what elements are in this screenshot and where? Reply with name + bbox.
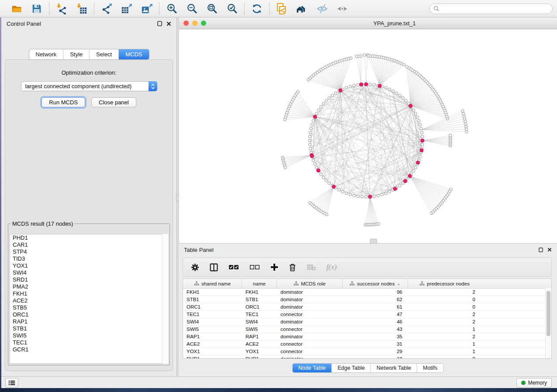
cell-name[interactable]: ORC1: [242, 304, 277, 309]
cell-shared-name[interactable]: FKH1: [183, 289, 242, 295]
float-panel-icon[interactable]: [157, 21, 162, 26]
zoom-out-button[interactable]: [185, 2, 198, 15]
close-panel-button[interactable]: Close panel: [91, 97, 136, 107]
cell-name[interactable]: YOX1: [242, 349, 277, 354]
mcds-result-item[interactable]: STB5: [10, 304, 168, 311]
delete-table-button table-x-icon[interactable]: [307, 264, 316, 271]
table-tab[interactable]: Node Table: [293, 364, 332, 372]
traffic-light-close[interactable]: [183, 21, 189, 26]
zoom-fit-button[interactable]: [205, 2, 218, 15]
cell-predecessor-nodes[interactable]: 2: [408, 289, 481, 295]
table-row[interactable]: SWI5 SWI5 connector 43 1: [183, 326, 551, 333]
cell-name[interactable]: RAP1: [242, 334, 277, 339]
mcds-result-item[interactable]: STP4: [10, 248, 168, 255]
column-header-mcds-role[interactable]: MCDS role: [277, 279, 343, 288]
mcds-result-item[interactable]: TID3: [10, 255, 168, 262]
column-header-shared-name[interactable]: shared name: [183, 279, 242, 288]
mcds-result-item[interactable]: SWI4: [10, 269, 168, 276]
table-scrollbar-thumb[interactable]: [547, 291, 550, 336]
refresh-button[interactable]: [250, 2, 263, 15]
zoom-selected-button[interactable]: [225, 2, 239, 15]
cell-predecessor-nodes[interactable]: 0: [408, 297, 481, 302]
table-row[interactable]: ACE2 ACE2 connector 31 1: [183, 340, 551, 348]
table-tab[interactable]: Motifs: [417, 364, 443, 372]
mcds-result-item[interactable]: ACE2: [10, 297, 168, 304]
create-column-button plus-icon[interactable]: [270, 263, 278, 271]
traffic-light-minimize[interactable]: [192, 21, 197, 26]
close-panel-icon[interactable]: [547, 248, 552, 252]
task-history-button[interactable]: [5, 378, 18, 388]
cell-predecessor-nodes[interactable]: 2: [408, 312, 481, 317]
table-tab[interactable]: Edge Table: [332, 364, 371, 372]
search-input[interactable]: [442, 5, 549, 12]
cell-predecessor-nodes[interactable]: 2: [408, 334, 481, 339]
table-options-button gear-icon[interactable]: [191, 263, 199, 272]
deselect-all-columns-button unchecked-boxes-icon[interactable]: [249, 264, 260, 271]
cell-predecessor-nodes[interactable]: 2: [408, 319, 481, 324]
cell-successor-nodes[interactable]: 43: [343, 327, 408, 332]
cell-name[interactable]: TEC1: [242, 312, 277, 317]
show-columns-button columns-icon[interactable]: [210, 263, 218, 272]
memory-button[interactable]: Memory: [516, 378, 552, 388]
table-row[interactable]: PHD1 PHD1 dominator 18 0: [183, 355, 551, 359]
mcds-result-item[interactable]: STB1: [10, 325, 168, 332]
table-tab[interactable]: Network Table: [371, 364, 417, 372]
show-all-button[interactable]: [336, 2, 349, 15]
cell-predecessor-nodes[interactable]: 1: [408, 327, 481, 332]
cell-shared-name[interactable]: ACE2: [183, 341, 242, 347]
cell-successor-nodes[interactable]: 35: [343, 334, 408, 339]
mcds-result-list[interactable]: PHD1CAR1STP4TID3YOX1SWI4SRD1PMA2FKH1ACE2…: [10, 234, 168, 364]
cell-shared-name[interactable]: PHD1: [183, 356, 242, 359]
control-panel-tab[interactable]: Style: [63, 49, 90, 59]
table-row[interactable]: FKH1 FKH1 dominator 96 2: [183, 289, 551, 296]
cell-name[interactable]: ACE2: [242, 341, 277, 347]
column-header-successor-nodes[interactable]: successor nodes ⌄: [343, 279, 408, 288]
cell-name[interactable]: STB1: [242, 297, 277, 302]
mcds-result-item[interactable]: YOX1: [10, 262, 168, 269]
zoom-in-button[interactable]: [165, 2, 178, 15]
duplicate-network-button[interactable]: [275, 2, 288, 15]
import-table-button[interactable]: [75, 2, 88, 15]
run-mcds-button[interactable]: Run MCDS: [42, 97, 85, 107]
table-row[interactable]: SWI4 SWI4 dominator 46 2: [183, 318, 551, 326]
cell-successor-nodes[interactable]: 18: [343, 356, 408, 359]
traffic-light-zoom[interactable]: [201, 21, 206, 26]
column-header-name[interactable]: name: [242, 279, 277, 288]
cell-mcds-role[interactable]: connector: [277, 327, 343, 332]
cell-shared-name[interactable]: SWI5: [183, 327, 242, 332]
cell-name[interactable]: SWI5: [242, 327, 277, 332]
cell-successor-nodes[interactable]: 47: [343, 312, 408, 317]
export-image-button[interactable]: [140, 2, 153, 15]
cell-successor-nodes[interactable]: 46: [343, 319, 408, 324]
table-row[interactable]: YOX1 YOX1 connector 29 1: [183, 348, 551, 355]
hide-selected-button[interactable]: [315, 2, 329, 15]
import-network-button[interactable]: [55, 2, 68, 15]
search-box[interactable]: [429, 3, 553, 14]
mcds-list-scrollbar[interactable]: [162, 234, 168, 364]
delete-columns-button trash-icon[interactable]: [289, 263, 296, 272]
save-button[interactable]: [30, 2, 43, 15]
control-panel-tab[interactable]: MCDS: [119, 49, 149, 59]
cell-shared-name[interactable]: SWI4: [183, 319, 242, 324]
export-network-button[interactable]: [100, 2, 113, 15]
cell-shared-name[interactable]: RAP1: [183, 334, 242, 339]
cell-successor-nodes[interactable]: 96: [343, 289, 408, 295]
cell-name[interactable]: PHD1: [242, 356, 277, 359]
cell-predecessor-nodes[interactable]: 1: [408, 349, 481, 354]
cell-mcds-role[interactable]: connector: [277, 341, 343, 347]
table-scrollbar[interactable]: [545, 288, 551, 358]
table-row[interactable]: STB1 STB1 dominator 62 0: [183, 296, 551, 303]
mcds-result-item[interactable]: RAP1: [10, 318, 168, 325]
cell-successor-nodes[interactable]: 31: [343, 341, 408, 347]
control-panel-tab[interactable]: Select: [90, 49, 119, 59]
cell-mcds-role[interactable]: dominator: [277, 334, 343, 339]
mcds-result-item[interactable]: SRD1: [10, 276, 168, 283]
function-builder-button fx-icon[interactable]: f(x): [326, 263, 337, 272]
export-table-button[interactable]: [120, 2, 133, 15]
cell-name[interactable]: FKH1: [242, 289, 277, 295]
mcds-result-item[interactable]: TEC1: [10, 339, 168, 346]
table-row[interactable]: TEC1 TEC1 connector 47 2: [183, 311, 551, 318]
mcds-result-item[interactable]: ORC1: [10, 311, 168, 318]
cell-mcds-role[interactable]: dominator: [277, 289, 343, 295]
cell-predecessor-nodes[interactable]: 0: [408, 304, 481, 309]
